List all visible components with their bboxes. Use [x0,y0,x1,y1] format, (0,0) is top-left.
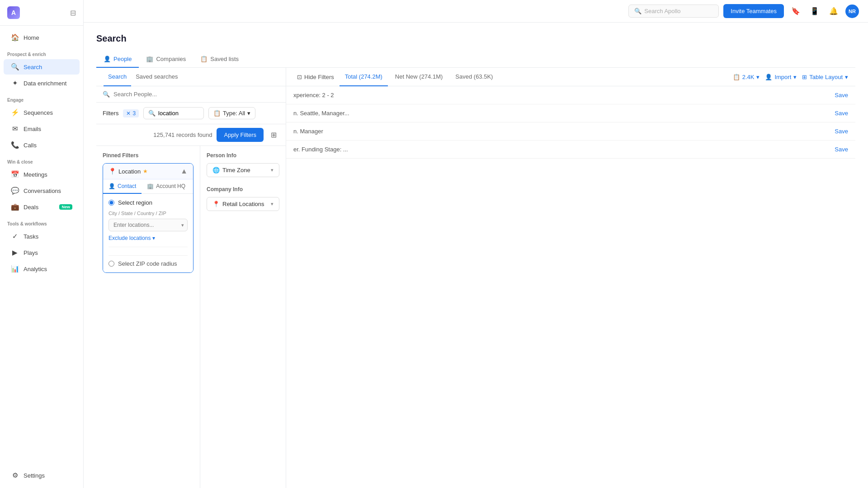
sub-tab-net-new[interactable]: Net New (274.1M) [390,68,448,86]
sidebar-item-emails[interactable]: ✉ Emails [4,121,80,136]
sidebar-toggle[interactable]: ⊟ [70,9,76,17]
save-button[interactable]: Save [835,110,848,117]
city-state-label: City / State / Country / ZIP [108,211,188,216]
global-search[interactable]: 🔍 Search Apollo [628,5,719,18]
sidebar-item-plays[interactable]: ▶ Plays [4,245,80,260]
select-region-option[interactable]: Select region [108,199,188,206]
select-region-radio[interactable] [108,200,114,206]
grid-toggle-icon[interactable]: ⊞ [268,128,279,142]
companies-tab-icon: 🏢 [146,56,153,62]
filter-search[interactable]: 🔍 [143,107,204,119]
account-hq-icon: 🏢 [147,183,154,189]
tab-companies[interactable]: 🏢 Companies [139,51,193,68]
sidebar-item-home[interactable]: 🏠 Home [4,30,80,45]
phone-icon[interactable]: 📱 [807,4,822,19]
sidebar-item-label: Meetings [24,171,47,178]
sidebar-item-tasks[interactable]: ✓ Tasks [4,229,80,244]
count-action[interactable]: 📋 2.4K ▾ [733,74,760,80]
pinned-filters-title: Pinned Filters [103,152,193,159]
avatar[interactable]: NR [845,5,859,18]
calendar-icon: 📋 [213,110,221,117]
result-text: xperience: 2 - 2 [293,92,830,99]
filter-count-badge[interactable]: ✕ 3 [123,109,139,117]
zip-code-radio[interactable] [108,261,114,267]
sidebar-item-analytics[interactable]: 📊 Analytics [4,261,80,277]
search-people-input[interactable] [113,91,279,98]
save-button[interactable]: Save [835,92,848,99]
import-action[interactable]: 👤 Import ▾ [765,74,797,80]
search-icon: 🔍 [103,91,110,98]
left-panel-tabs: Search Saved searches [96,68,286,86]
tab-saved-lists[interactable]: 📋 Saved lists [193,51,246,68]
result-row: er. Funding Stage: ... Save [286,141,855,159]
sequences-icon: ⚡ [11,108,19,117]
sidebar-item-search[interactable]: 🔍 Search [4,59,80,75]
invite-teammates-button[interactable]: Invite Teammates [723,4,784,18]
sub-tab-saved[interactable]: Saved (63.5K) [450,68,498,86]
import-icon: 👤 [765,74,772,80]
meetings-icon: 📅 [11,170,19,178]
sidebar-item-calls[interactable]: 📞 Calls [4,137,80,153]
location-input[interactable] [113,222,181,228]
timezone-label: Time Zone [222,167,250,174]
analytics-icon: 📊 [11,265,19,273]
sidebar-item-data-enrichment[interactable]: ✦ Data enrichment [4,75,80,91]
exclude-locations-label: Exclude locations [108,235,151,241]
tab-people[interactable]: 👤 People [96,51,139,68]
notifications-icon[interactable]: 🔔 [826,4,841,19]
sidebar-header: A ⊟ [0,0,83,26]
retail-locations-dropdown[interactable]: 📍 Retail Locations ▾ [207,197,279,211]
sidebar-item-settings[interactable]: ⚙ Settings [4,468,80,483]
timezone-dropdown[interactable]: 🌐 Time Zone ▾ [207,163,279,177]
table-layout-action[interactable]: ⊞ Table Layout ▾ [802,74,848,80]
sidebar-item-meetings[interactable]: 📅 Meetings [4,167,80,182]
tab-saved-searches[interactable]: Saved searches [131,68,182,86]
type-dropdown[interactable]: 📋 Type: All ▾ [208,107,255,119]
zip-code-option[interactable]: Select ZIP code radius [108,255,188,267]
sidebar-item-conversations[interactable]: 💬 Conversations [4,183,80,198]
retail-left: 📍 Retail Locations [212,201,264,207]
location-sub-tabs: 👤 Contact 🏢 Account HQ [103,179,193,194]
timezone-left: 🌐 Time Zone [212,167,250,174]
bookmarks-icon[interactable]: 🔖 [788,4,803,19]
result-row: xperience: 2 - 2 Save [286,86,855,104]
filter-search-input[interactable] [158,110,199,117]
sidebar-item-sequences[interactable]: ⚡ Sequences [4,105,80,120]
sidebar-bottom: ⚙ Settings [0,467,83,488]
search-people-input-row: 🔍 [96,86,286,103]
filter-search-icon: 🔍 [148,110,156,117]
results-panel: xperience: 2 - 2 Save n. Seattle, Manage… [286,86,855,488]
import-label: Import [774,74,791,80]
hide-filters-button[interactable]: ⊡ Hide Filters [293,68,338,86]
sidebar-item-label: Search [24,64,42,70]
chevron-down-icon: ▾ [181,222,184,228]
exclude-locations[interactable]: Exclude locations ▾ [108,235,188,241]
sub-tab-total[interactable]: Total (274.2M) [340,68,388,86]
location-subtab-contact[interactable]: 👤 Contact [103,179,142,194]
save-button[interactable]: Save [835,128,848,135]
sidebar-section-engage: Engage [0,91,83,104]
sidebar-item-label: Emails [24,126,41,132]
tab-search[interactable]: Search [104,68,131,86]
left-panel: Search Saved searches 🔍 Filters ✕ 3 [96,68,286,488]
filters-bar: Filters ✕ 3 🔍 📋 Type: All ▾ [96,103,286,124]
globe-icon: 🌐 [212,167,220,174]
location-collapse-icon[interactable]: ▲ [180,167,188,175]
data-enrichment-icon: ✦ [11,79,19,87]
select-region-label: Select region [118,199,152,206]
new-badge: New [59,204,72,210]
sidebar-item-label: Plays [24,249,38,256]
location-subtab-account-hq[interactable]: 🏢 Account HQ [142,179,191,194]
tasks-icon: ✓ [11,232,19,240]
location-input-row[interactable]: ▾ [108,219,188,231]
result-text: n. Manager [293,128,830,135]
sidebar-item-deals[interactable]: 💼 Deals New [4,199,80,215]
sub-tab-net-new-label: Net New (274.1M) [395,73,443,80]
apply-filters-button[interactable]: Apply Filters [217,128,264,142]
calls-icon: 📞 [11,141,19,149]
chevron-down-icon: ▾ [793,74,797,80]
save-button[interactable]: Save [835,146,848,153]
saved-lists-tab-icon: 📋 [200,56,208,62]
filters-label: Filters [103,110,118,117]
chevron-down-icon: ▾ [271,167,274,173]
